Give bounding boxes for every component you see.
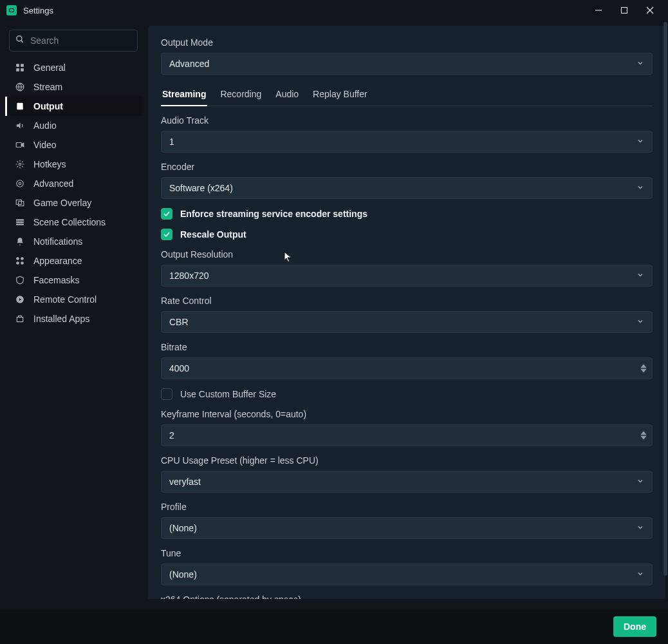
gear-icon <box>14 160 26 169</box>
output-resolution-label: Output Resolution <box>161 249 653 260</box>
tab-streaming[interactable]: Streaming <box>161 85 207 106</box>
output-tabs: Streaming Recording Audio Replay Buffer <box>161 85 653 106</box>
keyframe-value: 2 <box>169 430 174 440</box>
bitrate-label: Bitrate <box>161 342 653 352</box>
svg-rect-12 <box>17 103 23 110</box>
cpu-preset-select[interactable]: veryfast <box>161 471 653 493</box>
rate-control-label: Rate Control <box>161 296 653 306</box>
sidebar-item-output[interactable]: Output <box>5 97 142 116</box>
svg-point-25 <box>21 257 24 260</box>
sidebar-item-stream[interactable]: Stream <box>5 77 142 97</box>
sidebar-item-label: Stream <box>33 82 62 92</box>
globe-icon <box>14 82 26 91</box>
window-title: Settings <box>23 6 53 15</box>
palette-icon <box>14 256 26 265</box>
enforce-checkbox[interactable] <box>161 208 172 220</box>
custom-buffer-checkbox[interactable] <box>161 388 172 400</box>
sidebar-item-label: Appearance <box>33 256 82 266</box>
output-resolution-select[interactable]: 1280x720 <box>161 265 653 287</box>
mask-icon <box>14 276 26 285</box>
sidebar-item-advanced[interactable]: Advanced <box>5 174 142 193</box>
sidebar-item-label: Audio <box>33 120 57 131</box>
sidebar-item-hotkeys[interactable]: Hotkeys <box>5 155 142 174</box>
svg-rect-7 <box>21 64 24 67</box>
custom-buffer-label: Use Custom Buffer Size <box>180 389 276 399</box>
bitrate-value: 4000 <box>169 363 189 374</box>
chevron-down-icon <box>636 183 644 193</box>
grid-icon <box>14 63 26 72</box>
scrollbar[interactable] <box>663 22 668 608</box>
profile-select[interactable]: (None) <box>161 517 653 539</box>
sidebar-item-scene-collections[interactable]: Scene Collections <box>5 213 142 232</box>
svg-rect-6 <box>16 64 19 67</box>
output-mode-select[interactable]: Advanced <box>161 53 653 75</box>
sidebar-item-installed-apps[interactable]: Installed Apps <box>5 309 142 328</box>
sidebar-item-label: Remote Control <box>33 294 97 305</box>
tune-label: Tune <box>161 548 653 558</box>
rescale-checkbox[interactable] <box>161 229 172 240</box>
x264-options-label: x264 Options (separated by space) <box>161 594 653 599</box>
minimize-button[interactable] <box>586 1 611 19</box>
svg-point-27 <box>21 261 24 265</box>
overlay-icon <box>14 198 26 207</box>
tune-select[interactable]: (None) <box>161 564 653 585</box>
sidebar-item-remote-control[interactable]: Remote Control <box>5 290 142 309</box>
tab-recording[interactable]: Recording <box>219 85 263 106</box>
sidebar-item-notifications[interactable]: Notifications <box>5 232 142 251</box>
sidebar-item-general[interactable]: General <box>5 58 142 77</box>
collections-icon <box>14 218 26 227</box>
encoder-select[interactable]: Software (x264) <box>161 177 653 199</box>
sidebar-item-audio[interactable]: Audio <box>5 116 142 135</box>
maximize-button[interactable] <box>611 1 637 19</box>
svg-marker-32 <box>640 431 647 435</box>
footer: Done <box>0 609 668 644</box>
keyframe-input[interactable]: 2 <box>161 424 653 446</box>
svg-marker-31 <box>640 369 647 373</box>
sidebar-item-label: Game Overlay <box>33 198 91 208</box>
rate-control-select[interactable]: CBR <box>161 311 653 333</box>
speaker-icon <box>14 121 26 130</box>
done-button[interactable]: Done <box>613 616 656 637</box>
sidebar-item-video[interactable]: Video <box>5 135 142 155</box>
svg-rect-21 <box>16 219 24 220</box>
sidebar-item-game-overlay[interactable]: Game Overlay <box>5 193 142 213</box>
svg-line-5 <box>21 41 23 43</box>
bell-icon <box>14 237 26 246</box>
app-icon <box>6 5 17 15</box>
sidebar-item-label: Installed Apps <box>33 314 89 324</box>
tab-audio[interactable]: Audio <box>274 85 300 106</box>
bitrate-input[interactable]: 4000 <box>161 357 653 379</box>
close-button[interactable] <box>637 1 663 19</box>
sidebar: General Stream Output Audio Video Hotkey… <box>5 26 142 607</box>
chevron-down-icon <box>636 59 644 69</box>
stepper-icon[interactable] <box>640 365 647 373</box>
encoder-label: Encoder <box>161 162 653 172</box>
apps-icon <box>14 314 26 323</box>
cpu-preset-value: veryfast <box>169 477 201 487</box>
audio-track-select[interactable]: 1 <box>161 131 653 153</box>
cpu-preset-label: CPU Usage Preset (higher = less CPU) <box>161 455 653 466</box>
main-panel: Output Mode Advanced Streaming Recording… <box>148 26 665 599</box>
titlebar: Settings <box>0 0 668 21</box>
chevron-down-icon <box>636 137 644 147</box>
audio-track-label: Audio Track <box>161 115 653 126</box>
svg-point-18 <box>17 180 24 187</box>
rate-control-value: CBR <box>169 317 189 327</box>
svg-marker-13 <box>17 122 21 128</box>
audio-track-value: 1 <box>169 137 174 147</box>
tab-replay-buffer[interactable]: Replay Buffer <box>311 85 369 106</box>
sidebar-item-appearance[interactable]: Appearance <box>5 251 142 270</box>
output-mode-value: Advanced <box>169 59 209 69</box>
svg-point-26 <box>16 261 19 265</box>
sidebar-item-facemasks[interactable]: Facemasks <box>5 270 142 290</box>
svg-point-16 <box>19 163 21 166</box>
remote-icon <box>14 295 26 304</box>
chevron-down-icon <box>636 523 644 533</box>
svg-marker-15 <box>21 143 24 147</box>
scrollbar-thumb[interactable] <box>663 22 667 576</box>
chevron-down-icon <box>636 569 644 580</box>
search-input[interactable] <box>9 30 138 52</box>
stepper-icon[interactable] <box>640 431 647 440</box>
svg-point-17 <box>19 182 21 185</box>
chevron-down-icon <box>636 317 644 327</box>
